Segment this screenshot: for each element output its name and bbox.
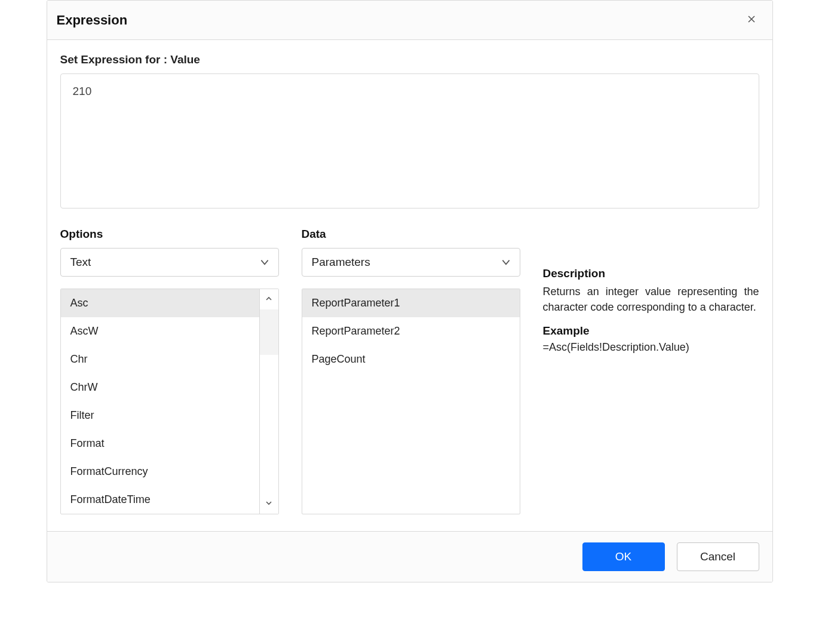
dialog-body: Set Expression for : Value Options Text … bbox=[47, 40, 772, 531]
options-item-formatcurrency[interactable]: FormatCurrency bbox=[61, 458, 259, 486]
example-heading: Example bbox=[543, 324, 759, 338]
cancel-button[interactable]: Cancel bbox=[677, 542, 759, 571]
data-items: ReportParameter1 ReportParameter2 PageCo… bbox=[302, 289, 520, 514]
description-heading: Description bbox=[543, 267, 759, 280]
options-dropdown[interactable]: Text bbox=[60, 248, 279, 277]
dialog-header: Expression bbox=[47, 1, 772, 40]
dialog-title: Expression bbox=[57, 13, 128, 28]
options-scrollbar[interactable] bbox=[259, 289, 278, 514]
options-items: Asc AscW Chr ChrW Filter Format FormatCu… bbox=[61, 289, 259, 514]
columns: Options Text Asc AscW Chr ChrW Filter Fo… bbox=[60, 228, 759, 514]
scroll-up-button[interactable] bbox=[260, 289, 278, 309]
ok-button[interactable]: OK bbox=[582, 542, 665, 571]
description-text: Returns an integer value representing th… bbox=[543, 284, 759, 315]
data-heading: Data bbox=[302, 228, 520, 241]
options-dropdown-value: Text bbox=[70, 256, 91, 269]
expression-dialog: Expression Set Expression for : Value Op… bbox=[47, 0, 773, 582]
options-item-filter[interactable]: Filter bbox=[61, 401, 259, 430]
description-block: Description Returns an integer value rep… bbox=[543, 267, 759, 354]
chevron-up-icon bbox=[265, 294, 272, 305]
chevron-down-icon bbox=[501, 257, 511, 268]
scroll-track[interactable] bbox=[260, 355, 278, 493]
options-item-chr[interactable]: Chr bbox=[61, 345, 259, 373]
dialog-footer: OK Cancel bbox=[47, 531, 772, 582]
options-column: Options Text Asc AscW Chr ChrW Filter Fo… bbox=[60, 228, 279, 514]
options-item-asc[interactable]: Asc bbox=[61, 289, 259, 317]
options-item-format[interactable]: Format bbox=[61, 430, 259, 458]
data-item-reportparameter2[interactable]: ReportParameter2 bbox=[302, 317, 520, 345]
chevron-down-icon bbox=[259, 257, 270, 268]
close-icon bbox=[747, 14, 756, 26]
chevron-down-icon bbox=[265, 498, 272, 509]
options-item-formatdatetime[interactable]: FormatDateTime bbox=[61, 486, 259, 514]
data-item-pagecount[interactable]: PageCount bbox=[302, 345, 520, 373]
data-item-reportparameter1[interactable]: ReportParameter1 bbox=[302, 289, 520, 317]
scroll-down-button[interactable] bbox=[260, 493, 278, 514]
options-item-chrw[interactable]: ChrW bbox=[61, 373, 259, 401]
options-listbox: Asc AscW Chr ChrW Filter Format FormatCu… bbox=[60, 289, 279, 514]
options-item-ascw[interactable]: AscW bbox=[61, 317, 259, 345]
data-dropdown-value: Parameters bbox=[312, 256, 370, 269]
data-dropdown[interactable]: Parameters bbox=[302, 248, 520, 277]
data-listbox: ReportParameter1 ReportParameter2 PageCo… bbox=[302, 289, 520, 514]
example-text: =Asc(Fields!Description.Value) bbox=[543, 341, 759, 354]
description-column: Description Returns an integer value rep… bbox=[543, 228, 759, 514]
close-button[interactable] bbox=[744, 11, 759, 29]
data-column: Data Parameters ReportParameter1 ReportP… bbox=[302, 228, 520, 514]
set-expression-label: Set Expression for : Value bbox=[60, 53, 759, 66]
options-heading: Options bbox=[60, 228, 279, 241]
scroll-thumb[interactable] bbox=[260, 309, 278, 355]
expression-textarea[interactable] bbox=[60, 73, 759, 208]
